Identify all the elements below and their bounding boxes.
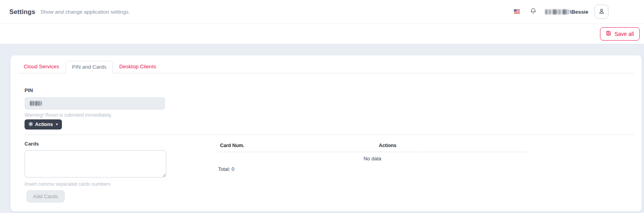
pin-label: PIN — [25, 87, 634, 93]
logged-in-user: \Bessie — [545, 9, 588, 15]
bell-icon — [530, 8, 537, 16]
page-body: Cloud Services PIN and Cards Desktop Cli… — [0, 44, 644, 213]
redacted-pin-value — [30, 101, 42, 106]
notifications-button[interactable] — [530, 8, 537, 16]
page-header: Settings Show and change application set… — [0, 0, 644, 24]
person-icon — [598, 8, 605, 16]
cards-table-header: Card Num. Actions — [218, 141, 527, 152]
cards-section: Cards Insert comma separated cards numbe… — [25, 141, 634, 202]
cards-label: Cards — [25, 141, 166, 147]
table-empty-state: No data — [218, 156, 527, 162]
pin-actions-dropdown-button[interactable]: Actions — [25, 119, 62, 130]
save-all-button[interactable]: Save all — [600, 27, 640, 41]
section-divider — [25, 135, 634, 135]
actions-button-label: Actions — [35, 122, 53, 127]
tab-pin-and-cards[interactable]: PIN and Cards — [65, 61, 113, 73]
action-toolbar: Save all — [0, 24, 644, 44]
pin-input[interactable] — [25, 97, 165, 110]
page-subtitle: Show and change application settings. — [40, 9, 130, 15]
header-actions: \Bessie — [514, 5, 644, 19]
gear-icon — [28, 122, 33, 128]
save-all-label: Save all — [614, 31, 634, 37]
tab-cloud-services[interactable]: Cloud Services — [18, 61, 65, 73]
cards-table: Card Num. Actions No data Total: 0 — [218, 141, 527, 202]
column-header-actions: Actions — [379, 143, 396, 148]
pin-warning-text: Warning! Reset is submited immediately. — [25, 112, 634, 118]
us-flag-icon — [514, 9, 520, 15]
table-total: Total: 0 — [218, 166, 527, 172]
cards-helper-text: Insert comma separated cards numbers — [25, 181, 166, 187]
profile-menu-button[interactable] — [595, 5, 609, 19]
cards-input-textarea[interactable] — [25, 150, 166, 178]
save-icon — [606, 30, 611, 37]
user-name: \Bessie — [570, 9, 588, 15]
redacted-domain — [545, 9, 569, 14]
page-title: Settings — [9, 8, 35, 16]
tab-content: PIN Warning! Reset is submited immediate… — [18, 87, 634, 202]
add-cards-button[interactable]: Add Cards — [26, 190, 65, 202]
column-header-card-num: Card Num. — [218, 143, 379, 148]
tab-desktop-clients[interactable]: Desktop Clients — [113, 61, 162, 73]
settings-card: Cloud Services PIN and Cards Desktop Cli… — [11, 55, 642, 211]
language-flag-button[interactable] — [514, 9, 520, 15]
caret-down-icon — [56, 124, 58, 125]
settings-tabs: Cloud Services PIN and Cards Desktop Cli… — [18, 61, 634, 73]
cards-form: Cards Insert comma separated cards numbe… — [25, 141, 166, 202]
